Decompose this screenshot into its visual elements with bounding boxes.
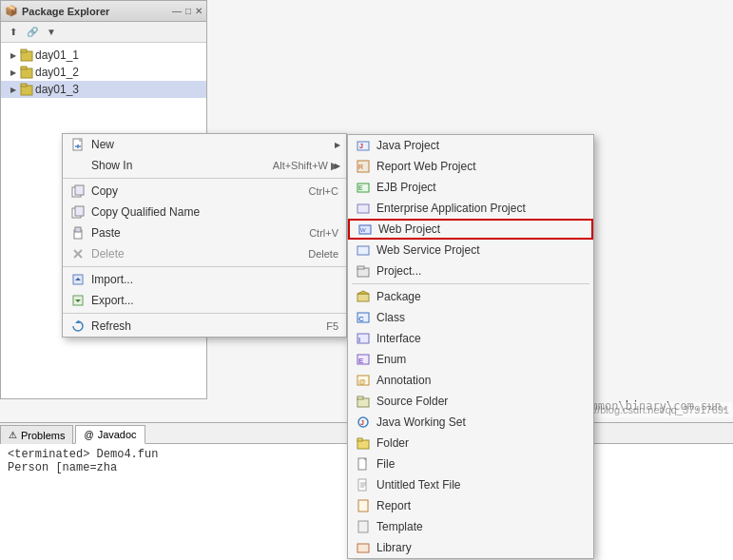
svg-rect-36 xyxy=(357,294,369,301)
svg-rect-12 xyxy=(75,185,84,195)
submenu-enum[interactable]: E Enum xyxy=(348,349,593,370)
submenu-project-label: Project... xyxy=(376,264,421,278)
submenu-package-label: Package xyxy=(376,290,421,303)
copy-shortcut: Ctrl+C xyxy=(309,185,338,197)
context-menu: New Show In Alt+Shift+W ▶ Copy Ctrl+C xyxy=(62,133,347,338)
submenu-report-web-label: Report Web Project xyxy=(376,160,476,173)
panel-toolbar: ⬆ 🔗 ▼ xyxy=(1,22,206,43)
svg-rect-61 xyxy=(357,544,369,552)
paste-icon xyxy=(70,225,86,241)
new-submenu: J Java Project R Report Web Project xyxy=(347,134,594,559)
svg-rect-60 xyxy=(358,521,368,532)
enterprise-icon xyxy=(356,201,371,216)
expand-arrow-day01-1: ▶ xyxy=(9,50,18,60)
svg-text:C: C xyxy=(358,315,364,323)
submenu-library[interactable]: Library xyxy=(348,537,593,558)
project-generic-icon xyxy=(356,263,371,279)
menu-item-delete-label: Delete xyxy=(91,247,289,261)
minimize-icon[interactable]: — xyxy=(172,6,182,16)
submenu-file[interactable]: File xyxy=(348,454,593,474)
submenu-web-service-label: Web Service Project xyxy=(376,243,480,257)
enum-icon: E xyxy=(356,352,371,367)
svg-rect-35 xyxy=(357,266,364,269)
submenu-template-label: Template xyxy=(376,520,423,533)
svg-marker-37 xyxy=(357,291,369,294)
view-menu-btn[interactable]: ▼ xyxy=(43,24,60,41)
submenu-report[interactable]: Report xyxy=(348,495,593,516)
submenu-template[interactable]: Template xyxy=(348,516,593,537)
svg-rect-3 xyxy=(21,67,27,69)
tab-javadoc[interactable]: @ Javadoc xyxy=(75,425,145,444)
report-web-icon: R xyxy=(356,159,371,174)
svg-rect-14 xyxy=(75,206,84,216)
menu-item-refresh[interactable]: Refresh F5 xyxy=(63,316,346,337)
submenu-source-folder[interactable]: Source Folder xyxy=(348,391,593,412)
menu-item-show-in[interactable]: Show In Alt+Shift+W ▶ xyxy=(63,155,346,176)
tree-item-day01-2[interactable]: ▶ day01_2 xyxy=(1,64,206,81)
svg-rect-51 xyxy=(357,438,362,441)
annotation-icon: @ xyxy=(356,373,371,388)
menu-item-copy[interactable]: Copy Ctrl+C xyxy=(63,181,346,202)
close-icon[interactable]: ✕ xyxy=(195,6,203,16)
submenu-java-project-label: Java Project xyxy=(376,139,439,152)
submenu-annotation[interactable]: @ Annotation xyxy=(348,370,593,391)
svg-text:E: E xyxy=(358,184,363,191)
folder-icon xyxy=(356,435,371,451)
tab-problems[interactable]: ⚠ Problems xyxy=(0,425,73,444)
submenu-web-project[interactable]: W Web Project xyxy=(348,219,593,240)
tree-item-day01-3[interactable]: ▶ day01_3 xyxy=(1,81,206,98)
svg-text:I: I xyxy=(358,336,360,344)
refresh-shortcut: F5 xyxy=(326,320,338,332)
menu-item-refresh-label: Refresh xyxy=(91,319,307,333)
menu-item-delete[interactable]: Delete Delete xyxy=(63,243,346,264)
menu-item-export[interactable]: Export... xyxy=(63,290,346,311)
menu-item-paste[interactable]: Paste Ctrl+V xyxy=(63,222,346,243)
separator-1 xyxy=(63,178,346,179)
separator-2 xyxy=(63,266,346,267)
submenu-report-web[interactable]: R Report Web Project xyxy=(348,156,593,177)
menu-item-new[interactable]: New xyxy=(63,134,346,155)
submenu-web-service[interactable]: Web Service Project xyxy=(348,240,593,261)
submenu-java-project[interactable]: J Java Project xyxy=(348,135,593,156)
menu-item-paste-label: Paste xyxy=(91,226,290,240)
project-icon-day01-2 xyxy=(20,66,33,79)
report-icon xyxy=(356,498,371,513)
submenu-enterprise[interactable]: Enterprise Application Project xyxy=(348,198,593,219)
project-icon-day01-3 xyxy=(20,83,33,96)
submenu-java-working-set[interactable]: J Java Working Set xyxy=(348,412,593,433)
submenu-separator-1 xyxy=(352,283,589,284)
tab-javadoc-label: Javadoc xyxy=(98,429,137,440)
submenu-ejb[interactable]: E EJB Project xyxy=(348,177,593,198)
paste-shortcut: Ctrl+V xyxy=(309,227,338,239)
menu-item-import-label: Import... xyxy=(91,273,338,286)
submenu-folder[interactable]: Folder xyxy=(348,433,593,454)
tree-item-day01-1[interactable]: ▶ day01_1 xyxy=(1,47,206,64)
submenu-project[interactable]: Project... xyxy=(348,261,593,281)
submenu-class[interactable]: C Class xyxy=(348,307,593,328)
submenu-untitled-text-file-label: Untitled Text File xyxy=(376,478,460,492)
submenu-file-label: File xyxy=(376,457,395,471)
class-icon: C xyxy=(356,310,371,325)
java-working-set-icon: J xyxy=(356,415,371,430)
menu-item-copy-qualified[interactable]: Copy Qualified Name xyxy=(63,202,346,222)
expand-arrow-day01-2: ▶ xyxy=(9,68,18,77)
menu-item-new-label: New xyxy=(91,138,338,151)
maximize-icon[interactable]: □ xyxy=(185,6,191,16)
delete-shortcut: Delete xyxy=(308,248,338,260)
tree-label-day01-1: day01_1 xyxy=(35,48,79,62)
submenu-untitled-text-file[interactable]: Untitled Text File xyxy=(348,474,593,495)
panel-title: Package Explorer xyxy=(22,6,168,17)
refresh-icon xyxy=(70,319,86,334)
export-icon xyxy=(70,293,86,308)
svg-rect-5 xyxy=(21,84,27,87)
submenu-folder-label: Folder xyxy=(376,436,409,450)
delete-icon xyxy=(70,246,86,261)
submenu-package[interactable]: Package xyxy=(348,286,593,307)
problems-icon: ⚠ xyxy=(9,430,17,440)
collapse-all-btn[interactable]: ⬆ xyxy=(5,24,22,41)
java-project-icon: J xyxy=(356,138,371,153)
menu-item-import[interactable]: Import... xyxy=(63,269,346,290)
link-with-editor-btn[interactable]: 🔗 xyxy=(24,24,41,41)
submenu-interface[interactable]: I Interface xyxy=(348,328,593,349)
package-explorer-icon: 📦 xyxy=(5,5,18,17)
